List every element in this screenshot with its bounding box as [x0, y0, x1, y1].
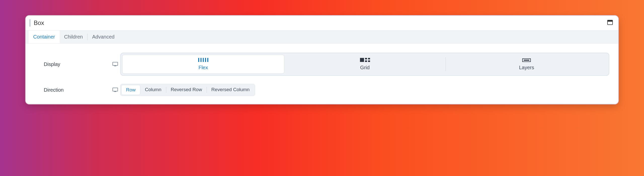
svg-rect-8 — [207, 58, 208, 62]
row-label-direction: Direction — [35, 87, 110, 93]
drag-handle-icon[interactable] — [29, 19, 31, 27]
tab-content: Display — [26, 44, 618, 96]
tab-container[interactable]: Container — [29, 30, 60, 43]
row-display: Display — [35, 53, 609, 76]
direction-option-reversed-row[interactable]: Reversed Row — [166, 85, 207, 95]
svg-rect-16 — [113, 88, 118, 91]
tab-children[interactable]: Children — [60, 30, 87, 43]
display-option-grid-label: Grid — [360, 65, 370, 71]
direction-segmented: Row Column Reversed Row Reversed Column — [120, 84, 255, 96]
display-controls: Flex Grid — [120, 53, 609, 76]
display-option-grid[interactable]: Grid — [284, 55, 446, 74]
layers-icon — [522, 57, 531, 63]
svg-rect-12 — [365, 60, 367, 62]
svg-rect-9 — [360, 58, 364, 62]
svg-rect-11 — [368, 58, 370, 59]
breakpoint-icon[interactable] — [110, 62, 120, 66]
direction-controls: Row Column Reversed Row Reversed Column — [120, 84, 609, 96]
display-option-layers-label: Layers — [519, 65, 534, 71]
svg-rect-4 — [198, 58, 199, 62]
grid-icon — [360, 57, 370, 63]
panel-header: Box — [26, 16, 618, 30]
svg-rect-10 — [365, 58, 367, 59]
svg-rect-17 — [114, 91, 116, 92]
svg-rect-1 — [608, 20, 613, 22]
window-icon[interactable] — [607, 20, 613, 26]
direction-option-reversed-column[interactable]: Reversed Column — [207, 85, 254, 95]
flex-icon — [198, 57, 209, 63]
svg-rect-13 — [368, 60, 370, 62]
svg-rect-15 — [524, 60, 529, 61]
display-option-flex[interactable]: Flex — [122, 55, 284, 74]
row-direction: Direction Row Column Reversed Row Revers… — [35, 84, 609, 96]
tabs: Container Children Advanced — [26, 30, 618, 44]
breakpoint-icon[interactable] — [110, 88, 120, 92]
row-label-display: Display — [35, 61, 110, 67]
panel-title-wrap: Box — [29, 19, 44, 27]
svg-rect-6 — [203, 58, 204, 62]
svg-rect-2 — [113, 62, 118, 65]
panel-title: Box — [34, 19, 44, 26]
svg-rect-3 — [114, 66, 116, 66]
tab-advanced[interactable]: Advanced — [88, 30, 119, 43]
display-segmented: Flex Grid — [120, 53, 609, 76]
svg-rect-5 — [200, 58, 202, 62]
display-option-layers[interactable]: Layers — [446, 55, 607, 74]
display-option-flex-label: Flex — [198, 65, 208, 71]
properties-panel: Box Container Children Advanced Display — [25, 15, 619, 104]
direction-option-row[interactable]: Row — [121, 85, 140, 95]
direction-option-column[interactable]: Column — [140, 85, 166, 95]
svg-rect-7 — [205, 58, 206, 62]
